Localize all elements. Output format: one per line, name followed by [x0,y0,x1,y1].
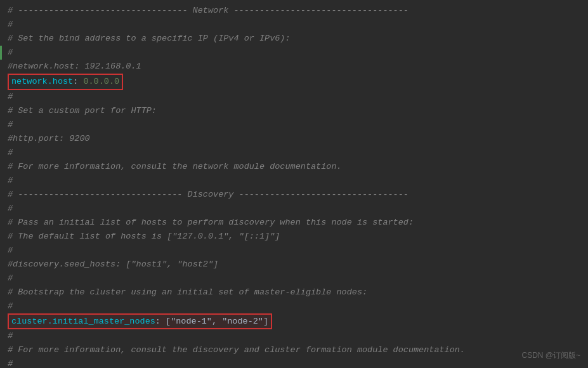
comment-text: # [8,90,13,104]
code-line-3: # Set the bind address to a specific IP … [0,32,588,46]
key-network-host: network.host [11,77,73,86]
code-line-8: # Set a custom port for HTTP: [0,104,588,118]
code-line-17: # The default list of hosts is ["127.0.0… [0,230,588,244]
code-line-12: # For more information, consult the netw… [0,160,588,174]
comment-text: # [8,118,13,132]
code-line-18: # [0,244,588,258]
comment-text: # Pass an initial list of hosts to perfo… [8,216,414,230]
watermark-text: CSDN @订阅版~ [521,350,580,362]
comment-text: # [8,46,13,60]
code-line-4: # [0,46,588,60]
comment-code-text: #discovery.seed_hosts: ["host1", "host2"… [8,258,218,272]
code-line-21: # Bootstrap the cluster using an initial… [0,286,588,299]
comment-text: # [8,357,13,368]
comment-text: # [8,299,13,313]
code-line-6: network.host: 0.0.0.0 [0,74,588,90]
code-line-5: #network.host: 192.168.0.1 [0,60,588,74]
code-line-10: #http.port: 9200 [0,132,588,146]
code-line-19: #discovery.seed_hosts: ["host1", "host2"… [0,258,588,272]
comment-text: # --------------------------------- Netw… [8,4,408,18]
section-discovery: # -------------------------------- Disco… [8,188,408,202]
comment-text: # [8,202,13,216]
value-network-host: 0.0.0.0 [83,77,119,86]
code-editor: # --------------------------------- Netw… [0,0,588,368]
comment-text: # [8,244,13,258]
comment-text: # Bootstrap the cluster using an initial… [8,286,367,299]
code-line-16: # Pass an initial list of hosts to perfo… [0,216,588,230]
comment-text: # Set the bind address to a specific IP … [8,32,291,46]
code-line-7: # [0,90,588,104]
comment-text: # The default list of hosts is ["127.0.0… [8,230,280,244]
value-cluster-master: ["node-1", "node-2"] [166,317,268,326]
comment-code-text: #network.host: 192.168.0.1 [8,60,141,74]
comment-text: # [8,146,13,160]
comment-text: # [8,174,13,188]
colon2: : [155,317,166,326]
code-line-22: # [0,299,588,313]
cluster-initial-master-nodes-highlight: cluster.initial_master_nodes: ["node-1",… [8,313,272,330]
colon: : [73,77,83,86]
comment-text: # [8,18,13,32]
network-host-highlight: network.host: 0.0.0.0 [8,74,123,90]
code-line-23: cluster.initial_master_nodes: ["node-1",… [0,313,588,330]
code-line-2: # [0,18,588,32]
code-line-24: # [0,329,588,343]
code-line-15: # [0,202,588,216]
code-line-11: # [0,146,588,160]
comment-text: # [8,329,13,343]
code-line-14: # -------------------------------- Disco… [0,188,588,202]
code-line-26: # [0,357,588,368]
comment-text: # [8,272,13,286]
comment-text: # For more information, consult the disc… [8,343,465,357]
code-line-9: # [0,118,588,132]
code-line-20: # [0,272,588,286]
code-line-1: # --------------------------------- Netw… [0,4,588,18]
comment-code-text: #http.port: 9200 [8,132,90,146]
comment-text: # For more information, consult the netw… [8,160,342,174]
comment-text: # Set a custom port for HTTP: [8,104,157,118]
code-line-13: # [0,174,588,188]
code-line-25: # For more information, consult the disc… [0,343,588,357]
key-cluster-master: cluster.initial_master_nodes [11,317,155,326]
